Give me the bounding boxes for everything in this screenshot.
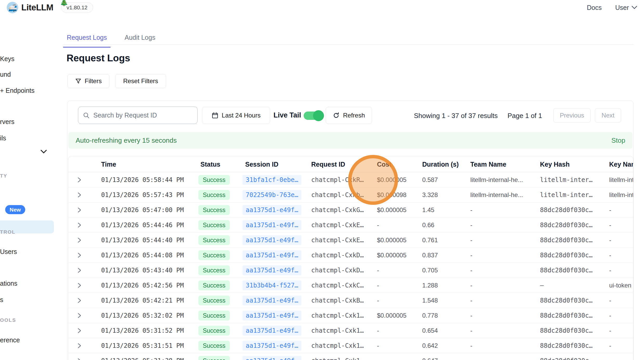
table-row: 01/13/2026 05:44:46 PMSuccessaa1375d1-e4… (68, 218, 633, 233)
tree-emoji-icon: 🎄 (60, 0, 68, 6)
search-request-id-box[interactable] (78, 107, 198, 124)
cell-duration: 1.45 (422, 206, 434, 214)
cell-request-id: chatcmpl-Cxk1… (311, 327, 364, 334)
refresh-button[interactable]: Refresh (326, 107, 372, 124)
version-badge: 🎄 v1.80.12 (61, 2, 93, 13)
cell-key-name: litellm-internal (609, 191, 633, 199)
cell-duration: 0.642 (422, 342, 438, 349)
previous-page-button[interactable]: Previous (553, 108, 591, 123)
expand-row-icon[interactable] (77, 267, 82, 273)
sidebar-item-guardrails[interactable]: ils (0, 134, 6, 142)
cell-cost: $0.000005 (377, 206, 406, 214)
session-id-link[interactable]: 31bfa1cf-0ebe… (243, 175, 301, 185)
cell-key-name: - (609, 237, 611, 244)
filters-button[interactable]: Filters (67, 74, 109, 88)
expand-row-icon[interactable] (77, 297, 82, 304)
search-request-id-input[interactable] (93, 112, 193, 119)
cell-cost: - (377, 282, 379, 289)
sidebar-item-internal-users[interactable]: Users (0, 248, 17, 256)
reset-filters-button[interactable]: Reset Filters (115, 74, 166, 88)
date-range-button[interactable]: Last 24 Hours (202, 107, 270, 124)
top-bar: 🚅 LiteLLM 🎄 v1.80.12 Docs User (0, 0, 644, 15)
cell-team-name: - (470, 252, 472, 259)
sidebar-item-models-endpoints[interactable]: + Endpoints (0, 87, 35, 94)
expand-row-icon[interactable] (77, 222, 82, 228)
cell-time: 01/13/2026 05:43:40 PM (101, 267, 184, 274)
cell-time: 01/13/2026 05:32:02 PM (101, 312, 184, 319)
cell-time: 01/13/2026 05:44:46 PM (101, 221, 184, 229)
status-badge: Success (198, 326, 230, 336)
cell-duration: 0.778 (422, 312, 438, 319)
docs-link[interactable]: Docs (587, 4, 602, 11)
col-header-time: Time (101, 161, 116, 168)
session-id-link[interactable]: aa1375d1-e49f… (243, 205, 301, 215)
sidebar-item-organizations[interactable]: ations (0, 280, 17, 287)
session-id-link[interactable]: aa1375d1-e49f… (243, 265, 301, 275)
status-badge: Success (198, 175, 230, 185)
sidebar-item-servers[interactable]: rvers (0, 118, 15, 126)
sidebar-item-playground[interactable]: und (0, 71, 11, 78)
table-header-row: Time Status Session ID Request ID Cost D… (68, 156, 633, 172)
expand-row-icon[interactable] (77, 282, 82, 289)
sidebar-collapse-chevron-icon[interactable] (41, 150, 47, 154)
expand-row-icon[interactable] (77, 177, 82, 183)
live-tail-toggle[interactable] (304, 112, 323, 120)
stop-auto-refresh-button[interactable]: Stop (612, 136, 626, 145)
page-summary: Page 1 of 1 (508, 112, 542, 120)
cell-cost: $0.000005 (377, 237, 406, 244)
cell-duration: 1.548 (422, 297, 438, 304)
sidebar-item-keys[interactable]: Keys (0, 55, 15, 63)
cell-duration: 0.761 (422, 237, 438, 244)
session-id-link[interactable]: aa1375d1-e49f… (243, 356, 301, 360)
cell-request-id: chatcmpl-CxkD… (311, 267, 364, 274)
sidebar-item-api-reference[interactable]: erence (0, 336, 20, 344)
tab-request-logs[interactable]: Request Logs (63, 34, 110, 48)
expand-row-icon[interactable] (77, 252, 82, 258)
session-id-link[interactable]: aa1375d1-e49f… (243, 341, 301, 351)
cell-key-name: litellm-internal (609, 176, 633, 184)
cell-cost: $0.000098 (377, 191, 406, 199)
cell-key-name: - (609, 327, 611, 334)
user-menu[interactable]: User (615, 4, 637, 11)
tab-audit-logs[interactable]: Audit Logs (121, 34, 159, 48)
table-row: 01/13/2026 05:43:40 PMSuccessaa1375d1-e4… (68, 263, 633, 278)
session-id-link[interactable]: aa1375d1-e49f… (243, 326, 301, 336)
cell-time: 01/13/2026 05:31:51 PM (101, 342, 184, 349)
expand-row-icon[interactable] (77, 343, 82, 349)
session-id-link[interactable]: 7022549b-763e… (243, 190, 301, 200)
cell-time: 01/13/2026 05:44:08 PM (101, 252, 184, 259)
cell-time: 01/13/2026 05:47:00 PM (101, 206, 184, 214)
logs-tabs: Request Logs Audit Logs (63, 34, 159, 48)
col-header-team: Team Name (470, 161, 506, 168)
cell-cost: $0.000005 (377, 176, 406, 184)
expand-row-icon[interactable] (77, 358, 82, 360)
next-page-button[interactable]: Next (595, 108, 621, 123)
cell-team-name: - (470, 297, 472, 304)
cell-team-name: - (470, 237, 472, 244)
session-id-link[interactable]: aa1375d1-e49f… (243, 250, 301, 260)
session-id-link[interactable]: aa1375d1-e49f… (243, 311, 301, 320)
chevron-down-icon (632, 6, 637, 9)
session-id-link[interactable]: 31b3b4b4-f527… (243, 280, 301, 290)
cell-time: 01/13/2026 05:31:52 PM (101, 327, 184, 334)
cell-request-id: chatcmpl-Cxk1… (311, 357, 364, 360)
expand-row-icon[interactable] (77, 237, 82, 243)
session-id-link[interactable]: aa1375d1-e49f… (243, 235, 301, 245)
sidebar-item-teams[interactable]: s (0, 296, 3, 304)
cell-cost: - (377, 357, 379, 360)
expand-row-icon[interactable] (77, 192, 82, 198)
cell-key-hash: 88dc28d0f030c… (540, 206, 593, 214)
session-id-link[interactable]: aa1375d1-e49f… (243, 296, 301, 305)
table-row: 01/13/2026 05:44:40 PMSuccessaa1375d1-e4… (68, 233, 633, 248)
cell-key-hash: – (540, 282, 544, 289)
status-badge: Success (198, 280, 230, 290)
expand-row-icon[interactable] (77, 328, 82, 334)
cell-team-name: - (470, 267, 472, 274)
cell-time: 01/13/2026 05:31:38 PM (101, 357, 184, 360)
table-row: 01/13/2026 05:58:44 PMSuccess31bfa1cf-0e… (68, 172, 633, 187)
session-id-link[interactable]: aa1375d1-e49f… (243, 220, 301, 230)
cell-cost: - (377, 327, 379, 334)
expand-row-icon[interactable] (77, 207, 82, 213)
expand-row-icon[interactable] (77, 312, 82, 319)
status-badge: Success (198, 190, 230, 200)
